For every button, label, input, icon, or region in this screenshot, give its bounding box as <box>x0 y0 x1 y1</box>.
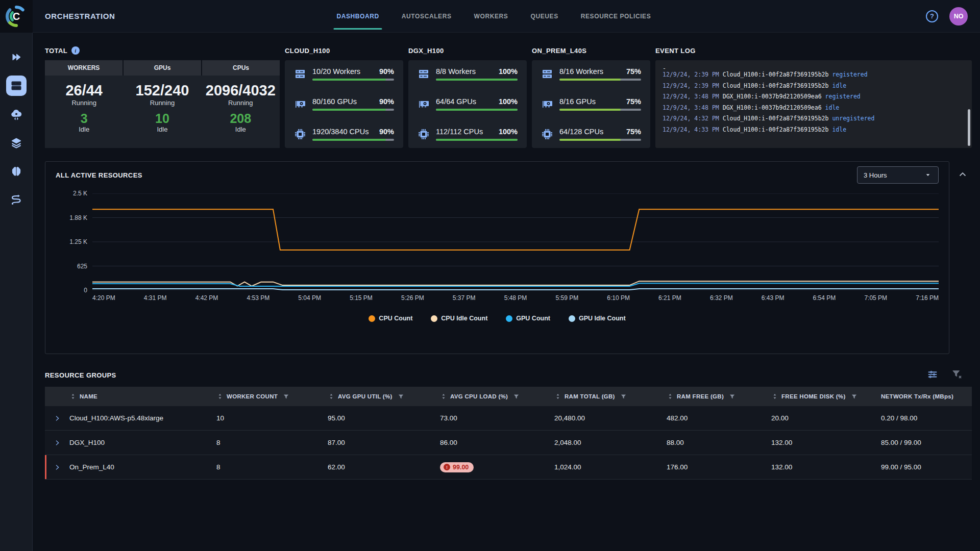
filter-icon[interactable] <box>283 393 289 400</box>
sidebar: C <box>0 0 33 551</box>
primary-tabs: DASHBOARD AUTOSCALERS WORKERS QUEUES RES… <box>336 0 651 33</box>
time-range-select[interactable]: 3 Hours <box>857 166 939 184</box>
tab-workers[interactable]: WORKERS <box>474 0 508 33</box>
app-logo[interactable]: C <box>0 0 33 33</box>
sort-icon[interactable] <box>440 393 447 400</box>
total-tabs: WORKERS GPUs CPUs <box>45 60 280 76</box>
column-header-worker-count[interactable]: WORKER COUNT <box>212 393 324 400</box>
sliders-icon <box>927 369 938 380</box>
sort-icon[interactable] <box>554 393 561 400</box>
total-tab-workers[interactable]: WORKERS <box>45 60 122 76</box>
column-header-avg-gpu-util[interactable]: AVG GPU UTIL (%) <box>324 393 436 400</box>
running-label: Running <box>71 99 96 107</box>
cell-network: 85.00 / 99.00 <box>877 439 972 446</box>
cell-avg-gpu-util: 62.00 <box>324 463 436 471</box>
cluster-title: DGX_H100 <box>408 47 444 55</box>
log-entry: 12/9/24, 3:48 PM DGX_H100:i-0037b9d21205… <box>663 91 965 103</box>
filter-icon[interactable] <box>398 393 404 400</box>
gpus-idle-value: 10 <box>155 112 169 126</box>
x-axis-label: 7:05 PM <box>864 294 887 302</box>
table-row-dgx-h100[interactable]: DGX_H100 8 87.00 86.00 2,048.00 88.00 13… <box>45 431 972 455</box>
column-header-name[interactable]: NAME <box>65 393 212 400</box>
avatar[interactable]: NO <box>949 7 968 26</box>
sidebar-item-workers[interactable] <box>6 76 27 96</box>
progress-fill <box>436 109 518 111</box>
expand-row-button[interactable] <box>49 464 65 471</box>
logo-icon: C <box>6 6 27 27</box>
cell-avg-gpu-util: 87.00 <box>324 439 436 446</box>
stat-label: 64/64 GPUs <box>436 97 476 106</box>
page-title: ORCHESTRATION <box>45 12 115 20</box>
expand-row-button[interactable] <box>49 439 65 446</box>
sidebar-item-fast-forward[interactable] <box>6 47 27 67</box>
cluster-stat-workers: 10/20 Workers90% <box>294 67 394 81</box>
clear-filters-button[interactable] <box>951 369 963 382</box>
event-log-box[interactable]: - _ 12/9/24, 2:39 PM Cloud_H100:i-00f2a8… <box>655 60 972 148</box>
total-body: 26/44 Running 3 Idle 152/240 Running 10 … <box>45 76 280 148</box>
cluster-stat-cpus: 1920/3840 CPUs90% <box>294 128 394 141</box>
tab-queues[interactable]: QUEUES <box>530 0 558 33</box>
expand-row-button[interactable] <box>49 415 65 422</box>
sort-icon[interactable] <box>216 393 224 400</box>
tab-autoscalers[interactable]: AUTOSCALERS <box>402 0 452 33</box>
cluster-stat-gpus: 64/64 GPUs100% <box>418 97 518 111</box>
info-icon[interactable]: i <box>71 46 80 55</box>
tab-dashboard[interactable]: DASHBOARD <box>336 0 379 33</box>
progress-bar <box>436 109 518 111</box>
table-row-on-prem-l40[interactable]: On_Prem_L40 8 62.00 !99.00 1,024.00 176.… <box>45 455 972 480</box>
chart-plot[interactable] <box>92 193 939 290</box>
scrollbar-thumb[interactable] <box>968 109 970 146</box>
sort-icon[interactable] <box>667 393 674 400</box>
cpu-chip-icon <box>418 128 430 140</box>
column-header-ram-free[interactable]: RAM FREE (GB) <box>663 393 767 400</box>
server-rack-icon <box>418 68 430 80</box>
cpus-idle-value: 208 <box>230 112 251 126</box>
sidebar-item-pipelines[interactable] <box>6 190 27 210</box>
legend-item-gpu-idle-count[interactable]: GPU Idle Count <box>569 315 626 322</box>
sidebar-item-autoscalers[interactable] <box>6 104 27 124</box>
progress-fill <box>559 109 621 111</box>
column-settings-button[interactable] <box>927 369 938 382</box>
running-label: Running <box>150 99 175 107</box>
chart-title: ALL ACTIVE RESOURCES <box>56 171 142 179</box>
x-axis-label: 5:48 PM <box>504 294 527 302</box>
collapse-panel-button[interactable] <box>953 161 972 188</box>
cell-ram-free: 88.00 <box>663 439 767 446</box>
tab-resource-policies[interactable]: RESOURCE POLICIES <box>581 0 651 33</box>
sort-icon[interactable] <box>328 393 335 400</box>
workers-idle-value: 3 <box>81 112 88 126</box>
sidebar-item-queues[interactable] <box>6 133 27 153</box>
column-header-avg-cpu-load[interactable]: AVG CPU LOAD (%) <box>436 393 550 400</box>
x-axis-label: 4:42 PM <box>195 294 218 302</box>
stat-label: 8/8 Workers <box>436 67 476 76</box>
filter-icon[interactable] <box>513 393 520 400</box>
cpus-running-value: 2096/4032 <box>206 83 276 99</box>
sidebar-item-models[interactable] <box>6 161 27 182</box>
legend-item-cpu-idle-count[interactable]: CPU Idle Count <box>431 315 487 322</box>
cpu-chip-icon <box>294 128 306 140</box>
log-entry: 12/9/24, 3:48 PM DGX_H100:i-0037b9d21205… <box>663 103 965 114</box>
stat-label: 64/128 CPUs <box>559 128 603 136</box>
column-header-network[interactable]: NETWORK Tx/Rx (MBps) <box>877 393 972 399</box>
sort-icon[interactable] <box>69 393 77 400</box>
total-tab-cpus[interactable]: CPUs <box>202 60 280 76</box>
sort-icon[interactable] <box>771 393 778 400</box>
x-axis-label: 6:10 PM <box>607 294 630 302</box>
legend-dot <box>506 315 512 322</box>
filter-clear-icon <box>951 369 963 380</box>
filter-icon[interactable] <box>729 393 736 400</box>
cell-ram-total: 20,480.00 <box>550 414 663 422</box>
progress-fill <box>436 79 518 81</box>
legend-item-gpu-count[interactable]: GPU Count <box>506 315 550 322</box>
help-icon[interactable]: ? <box>926 10 938 22</box>
filter-icon[interactable] <box>851 393 857 400</box>
total-tab-gpus[interactable]: GPUs <box>124 60 201 76</box>
filter-icon[interactable] <box>620 393 627 400</box>
column-header-ram-total[interactable]: RAM TOTAL (GB) <box>550 393 663 400</box>
cluster-title: CLOUD_H100 <box>285 47 330 55</box>
table-row-cloud-h100[interactable]: Cloud_H100:AWS-p5.48xlarge 10 95.00 73.0… <box>45 406 972 431</box>
all-active-resources-panel: ALL ACTIVE RESOURCES 3 Hours 2.5 K1.88 K… <box>45 161 949 354</box>
legend-item-cpu-count[interactable]: CPU Count <box>369 315 412 322</box>
event-log-panel: EVENT LOG - _ 12/9/24, 2:39 PM Cloud_H10… <box>655 41 972 148</box>
column-header-free-home-disk[interactable]: FREE HOME DISK (%) <box>767 393 877 400</box>
